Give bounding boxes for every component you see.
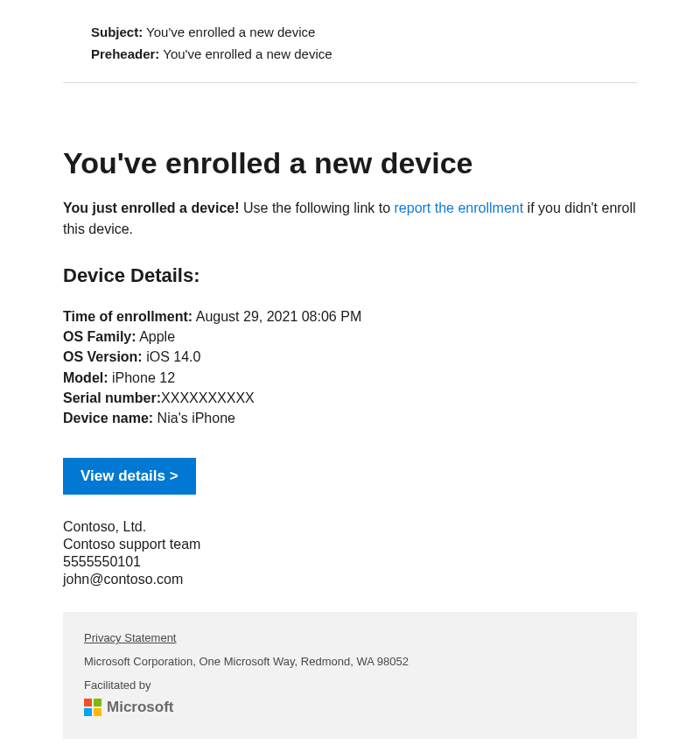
intro-bold: You just enrolled a device!	[63, 200, 240, 215]
time-label: Time of enrollment:	[63, 309, 192, 324]
intro-paragraph: You just enrolled a device! Use the foll…	[63, 198, 637, 240]
preheader-line: Preheader: You've enrolled a new device	[91, 46, 637, 61]
report-enrollment-link[interactable]: report the enrollment	[395, 200, 524, 215]
subject-value: You've enrolled a new device	[146, 25, 315, 39]
os-family-value: Apple	[136, 329, 175, 344]
detail-serial: Serial number:XXXXXXXXXX	[63, 388, 637, 408]
footer: Privacy Statement Microsoft Corporation,…	[63, 612, 637, 739]
contact-phone: 5555550101	[63, 554, 637, 570]
preheader-label: Preheader:	[91, 46, 159, 61]
detail-time: Time of enrollment: August 29, 2021 08:0…	[63, 306, 637, 327]
microsoft-wordmark: Microsoft	[107, 699, 174, 716]
contact-org: Contoso, Ltd.	[63, 519, 637, 535]
serial-value: XXXXXXXXXX	[161, 390, 255, 405]
device-details-heading: Device Details:	[63, 264, 637, 287]
privacy-statement-link[interactable]: Privacy Statement	[84, 631, 177, 644]
device-name-label: Device name:	[63, 411, 153, 425]
model-label: Model:	[63, 370, 108, 385]
model-value: iPhone 12	[108, 370, 176, 385]
contact-team: Contoso support team	[63, 537, 637, 552]
serial-label: Serial number:	[63, 390, 161, 405]
detail-device-name: Device name: Nia's iPhone	[63, 408, 637, 428]
footer-address: Microsoft Corporation, One Microsoft Way…	[84, 655, 616, 668]
subject-label: Subject:	[91, 25, 143, 39]
detail-model: Model: iPhone 12	[63, 368, 637, 388]
time-value: August 29, 2021 08:06 PM	[192, 309, 361, 324]
page-title: You've enrolled a new device	[63, 146, 637, 180]
intro-before-link: Use the following link to	[240, 200, 395, 215]
preheader-value: You've enrolled a new device	[163, 46, 332, 61]
detail-os-version: OS Version: iOS 14.0	[63, 347, 637, 367]
view-details-button[interactable]: View details >	[63, 458, 196, 495]
contact-email: john@contoso.com	[63, 572, 637, 587]
os-version-label: OS Version:	[63, 349, 143, 364]
detail-os-family: OS Family: Apple	[63, 327, 637, 347]
os-family-label: OS Family:	[63, 329, 136, 344]
subject-line: Subject: You've enrolled a new device	[91, 25, 637, 39]
contact-block: Contoso, Ltd. Contoso support team 55555…	[63, 519, 637, 587]
microsoft-logo-icon	[84, 699, 102, 716]
device-name-value: Nia's iPhone	[153, 411, 235, 425]
facilitated-by-label: Facilitated by	[84, 678, 616, 692]
microsoft-logo: Microsoft	[84, 699, 616, 716]
email-meta: Subject: You've enrolled a new device Pr…	[63, 25, 637, 83]
os-version-value: iOS 14.0	[143, 349, 201, 364]
